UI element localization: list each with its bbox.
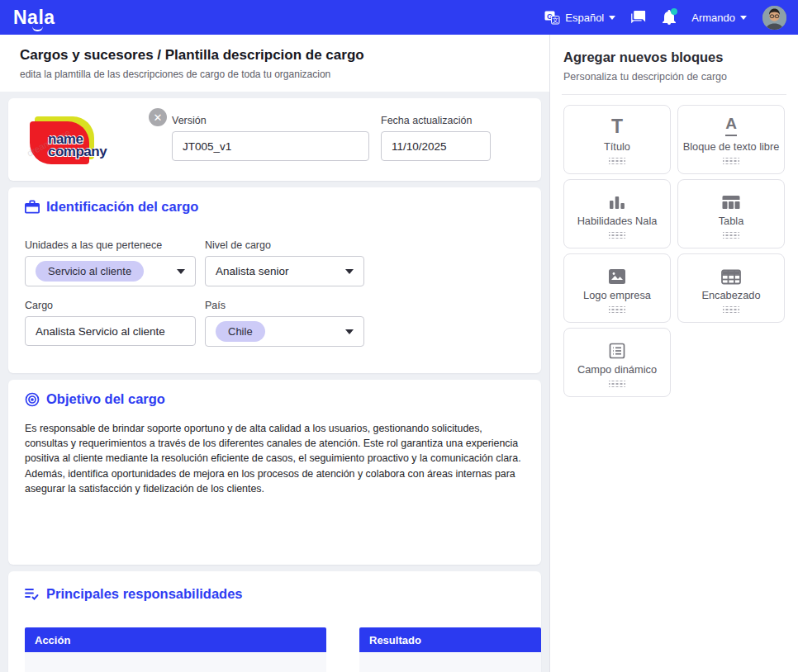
target-icon bbox=[25, 392, 40, 407]
avatar[interactable] bbox=[762, 6, 786, 30]
nala-logo: Nala bbox=[13, 7, 55, 29]
company-logo: name company dreamstime ✕ bbox=[25, 115, 147, 174]
template-editor-column: Cargos y sucesores / Plantilla descripci… bbox=[0, 35, 550, 672]
page-subtitle: edita la plamtilla de las descripciones … bbox=[20, 69, 530, 80]
version-input[interactable] bbox=[172, 131, 369, 161]
responsibilities-table: Acción Resultado bbox=[25, 627, 541, 672]
units-select[interactable]: Servicio al cliente bbox=[25, 256, 196, 286]
chat-icon bbox=[631, 11, 647, 25]
units-field: Unidades a las que pertenece Servicio al… bbox=[25, 239, 196, 286]
free-text-icon: A bbox=[725, 115, 737, 136]
sidebar-subtitle: Personaliza tu descripción de cargo bbox=[563, 71, 785, 83]
country-field: País Chile bbox=[205, 300, 364, 347]
block-encabezado[interactable]: Encabezado bbox=[677, 253, 785, 323]
remove-logo-button[interactable]: ✕ bbox=[149, 108, 167, 126]
units-label: Unidades a las que pertenece bbox=[25, 239, 196, 251]
identification-title: Identificación del cargo bbox=[25, 199, 525, 215]
update-date-field: Fecha actualización bbox=[381, 115, 491, 161]
drag-handle[interactable] bbox=[723, 158, 739, 164]
country-chip[interactable]: Chile bbox=[216, 321, 265, 342]
drag-handle[interactable] bbox=[723, 232, 739, 239]
drag-handle[interactable] bbox=[609, 158, 625, 164]
drag-handle[interactable] bbox=[609, 381, 625, 387]
language-selector[interactable]: G 文 Español bbox=[544, 11, 615, 25]
units-chip[interactable]: Servicio al cliente bbox=[36, 261, 144, 282]
svg-text:文: 文 bbox=[553, 17, 559, 24]
version-label: Versión bbox=[172, 115, 369, 126]
notifications-button[interactable] bbox=[663, 10, 676, 25]
action-column: Acción bbox=[25, 627, 326, 672]
result-column: Resultado bbox=[359, 627, 541, 672]
checklist-icon bbox=[25, 588, 40, 601]
objective-text: Es responsable de brindar soporte oportu… bbox=[25, 421, 525, 496]
objective-title: Objetivo del cargo bbox=[25, 391, 525, 407]
breadcrumb-title: Cargos y sucesores / Plantilla descripci… bbox=[20, 47, 530, 64]
briefcase-icon bbox=[25, 200, 40, 214]
table-columns-icon bbox=[722, 189, 740, 211]
block-campo-dinamico[interactable]: Campo dinámico bbox=[563, 328, 671, 397]
block-grid: T Título A Bloque de texto libre Habilid… bbox=[563, 105, 785, 397]
responsibilities-card: Principales responsabilidades Acción Res… bbox=[8, 571, 541, 672]
chevron-down-icon bbox=[740, 16, 747, 20]
top-navbar: Nala G 文 Español bbox=[0, 0, 798, 35]
position-field: Cargo bbox=[25, 300, 196, 347]
title-icon: T bbox=[611, 115, 623, 136]
page-header: Cargos y sucesores / Plantilla descripci… bbox=[0, 35, 549, 92]
blocks-sidebar: Agregar nuevos bloques Personaliza tu de… bbox=[550, 35, 798, 672]
user-name: Armando bbox=[691, 12, 735, 24]
level-field: Nivel de cargo Analista senior bbox=[205, 239, 364, 286]
language-label: Español bbox=[565, 12, 604, 24]
table-row[interactable] bbox=[359, 652, 541, 672]
block-logo-empresa[interactable]: Logo empresa bbox=[563, 253, 671, 323]
notification-dot bbox=[671, 8, 677, 15]
header-grid-icon bbox=[721, 263, 741, 285]
level-select[interactable]: Analista senior bbox=[205, 256, 364, 286]
result-column-header: Resultado bbox=[359, 627, 541, 652]
nala-logo-smile bbox=[32, 26, 43, 31]
translate-icon: G 文 bbox=[544, 11, 560, 25]
position-input[interactable] bbox=[25, 316, 196, 346]
logo-text: name company bbox=[48, 133, 107, 158]
block-habilidades-nala[interactable]: Habilidades Nala bbox=[563, 179, 671, 248]
logo-version-card: name company dreamstime ✕ Versión Fecha … bbox=[8, 98, 541, 181]
identification-card: Identificación del cargo Unidades a las … bbox=[8, 187, 541, 373]
image-icon bbox=[608, 263, 626, 285]
block-tabla[interactable]: Tabla bbox=[677, 179, 785, 248]
sidebar-title: Agregar nuevos bloques bbox=[563, 50, 785, 65]
drag-handle[interactable] bbox=[609, 306, 625, 313]
nala-logo-text: Nala bbox=[13, 7, 55, 28]
table-row[interactable] bbox=[25, 652, 326, 672]
block-texto-libre[interactable]: A Bloque de texto libre bbox=[677, 105, 785, 174]
version-field: Versión bbox=[172, 115, 369, 161]
responsibilities-title: Principales responsabilidades bbox=[25, 586, 525, 602]
position-label: Cargo bbox=[25, 300, 196, 311]
skills-chart-icon bbox=[608, 189, 626, 211]
action-column-header: Acción bbox=[25, 627, 326, 652]
user-menu[interactable]: Armando bbox=[691, 12, 747, 24]
objective-card: Objetivo del cargo Es responsable de bri… bbox=[8, 380, 541, 565]
update-date-input[interactable] bbox=[381, 131, 491, 161]
drag-handle[interactable] bbox=[609, 232, 625, 239]
chat-button[interactable] bbox=[631, 11, 647, 25]
dynamic-field-icon bbox=[609, 338, 625, 359]
update-date-label: Fecha actualización bbox=[381, 115, 491, 126]
chevron-down-icon bbox=[609, 16, 615, 20]
country-select[interactable]: Chile bbox=[205, 316, 364, 347]
chevron-down-icon bbox=[177, 269, 185, 274]
divider bbox=[562, 94, 786, 95]
level-label: Nivel de cargo bbox=[205, 239, 364, 251]
chevron-down-icon bbox=[345, 329, 354, 334]
block-titulo[interactable]: T Título bbox=[563, 105, 671, 174]
chevron-down-icon bbox=[345, 269, 354, 274]
country-label: País bbox=[205, 300, 364, 311]
drag-handle[interactable] bbox=[723, 306, 739, 313]
